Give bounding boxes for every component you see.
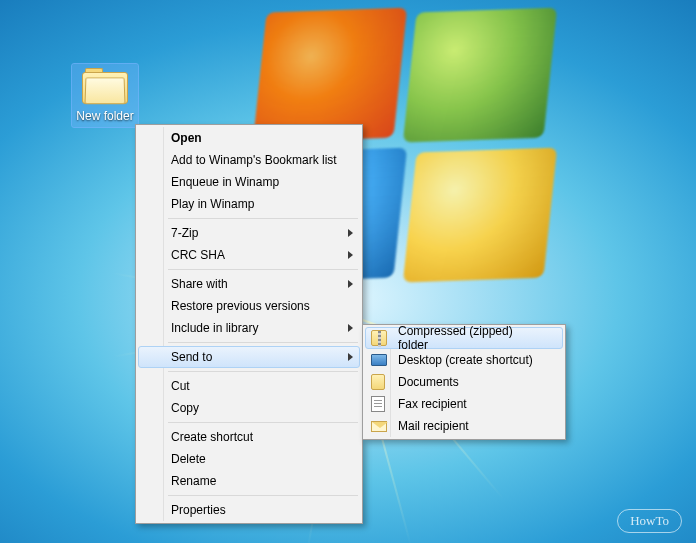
chevron-right-icon [348,280,353,288]
folder-icon [82,68,128,106]
menu-separator [168,218,358,219]
submenu-item-mail-recipient[interactable]: Mail recipient [365,415,563,437]
menu-item-copy[interactable]: Copy [138,397,360,419]
menu-separator [168,371,358,372]
menu-separator [168,495,358,496]
fax-icon [371,396,389,414]
chevron-right-icon [348,324,353,332]
submenu-item-documents[interactable]: Documents [365,371,563,393]
menu-item-add-winamp-bookmark[interactable]: Add to Winamp's Bookmark list [138,149,360,171]
menu-item-properties[interactable]: Properties [138,499,360,521]
chevron-right-icon [348,229,353,237]
menu-item-restore-previous[interactable]: Restore previous versions [138,295,360,317]
mail-icon [371,418,389,436]
menu-item-include-library[interactable]: Include in library [138,317,360,339]
menu-item-play-winamp[interactable]: Play in Winamp [138,193,360,215]
desktop-icon-label: New folder [74,109,136,123]
menu-item-enqueue-winamp[interactable]: Enqueue in Winamp [138,171,360,193]
menu-item-7zip[interactable]: 7-Zip [138,222,360,244]
watermark-badge: HowTo [617,509,682,533]
chevron-right-icon [348,353,353,361]
send-to-submenu: Compressed (zipped) folder Desktop (crea… [362,324,566,440]
menu-item-crc-sha[interactable]: CRC SHA [138,244,360,266]
chevron-right-icon [348,251,353,259]
menu-separator [168,269,358,270]
submenu-item-fax-recipient[interactable]: Fax recipient [365,393,563,415]
menu-item-send-to[interactable]: Send to [138,346,360,368]
documents-icon [371,374,389,392]
menu-item-delete[interactable]: Delete [138,448,360,470]
menu-item-share-with[interactable]: Share with [138,273,360,295]
menu-item-cut[interactable]: Cut [138,375,360,397]
desktop-folder-icon[interactable]: New folder [72,64,138,127]
menu-separator [168,342,358,343]
submenu-item-compressed-folder[interactable]: Compressed (zipped) folder [365,327,563,349]
submenu-item-desktop-shortcut[interactable]: Desktop (create shortcut) [365,349,563,371]
zip-folder-icon [371,330,389,348]
menu-item-rename[interactable]: Rename [138,470,360,492]
menu-item-create-shortcut[interactable]: Create shortcut [138,426,360,448]
menu-separator [168,422,358,423]
menu-item-open[interactable]: Open [138,127,360,149]
desktop-icon [371,352,389,370]
context-menu: Open Add to Winamp's Bookmark list Enque… [135,124,363,524]
